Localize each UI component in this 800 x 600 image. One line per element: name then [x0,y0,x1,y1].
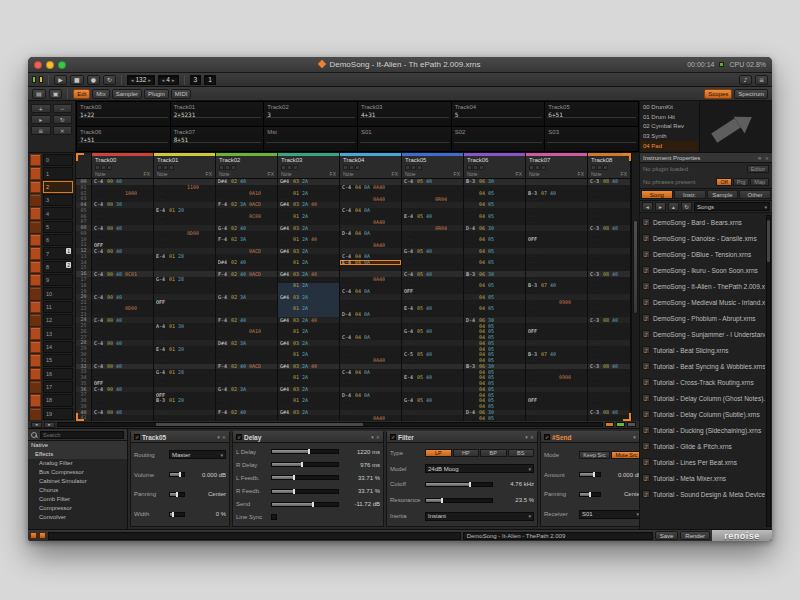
track-header[interactable]: Track00NoteFX [92,153,154,178]
device-close-icon[interactable]: × [376,434,380,440]
slider-handle[interactable] [293,475,295,480]
matrix-cell[interactable] [30,207,41,219]
midi-keyboard-button[interactable]: ♪ [739,75,752,85]
control-slider[interactable] [271,489,339,494]
track-mute-button[interactable] [535,165,540,170]
sequencer-menu-button[interactable]: ≡ [31,126,51,135]
slider-handle[interactable] [441,498,443,503]
pattern-cell[interactable]: ··· [154,415,216,421]
slider-handle[interactable] [589,492,591,497]
file-list-item[interactable]: ♪DemoSong - It-Alien - ThePath 2.009.xrn… [642,278,765,294]
device-menu-icon[interactable]: ▾ [633,434,636,440]
dsp-device-item[interactable]: Analog Filter [28,459,127,468]
scrollbar-handle[interactable] [633,220,638,314]
file-list-item[interactable]: ♪DemoSong - Bard - Bears.xrns [642,214,765,230]
file-list-item[interactable]: ♪DemoSong - Phobium - Abrupt.xrns [642,310,765,326]
track-scope[interactable]: Track034+31 [358,102,451,126]
file-list-item[interactable]: ♪DemoSong - Medieval Music - Irrland.xrn… [642,294,765,310]
save-button[interactable]: Save [655,531,679,540]
track-scope[interactable]: Mst [264,127,357,151]
bpm-field[interactable]: ◂ 132 ▸ [127,75,155,85]
device-header[interactable]: ✓#Send▾× [541,432,639,443]
control-slider[interactable] [579,492,601,497]
device-enable-checkbox[interactable]: ✓ [390,434,396,440]
control-slider[interactable] [425,482,493,487]
matrix-cell[interactable] [30,314,41,326]
slider-handle[interactable] [172,512,174,517]
sequence-slot[interactable]: 16 [43,368,73,380]
file-list-item[interactable]: ♪Tutorial - Lines Per Beat.xrns [642,454,765,470]
matrix-cell[interactable] [30,274,41,286]
device-enable-checkbox[interactable]: ✓ [236,434,242,440]
nav-refresh-button[interactable]: ↻ [681,202,692,211]
slider-handle[interactable] [593,472,595,477]
track-solo-button[interactable] [231,165,236,170]
control-slider[interactable] [271,475,339,480]
matrix-cell[interactable] [30,194,41,206]
file-list-item[interactable]: ♪DemoSong - Sunjammer - I Understand.xrn… [642,326,765,342]
track-scope[interactable]: Track067+51 [77,127,170,151]
file-list-item[interactable]: ♪DemoSong - Danoise - Dansile.xrns [642,230,765,246]
slider-handle[interactable] [293,489,295,494]
pattern-horizontal-scrollbar[interactable] [57,422,603,427]
option-button-mute-src[interactable]: Mute Src [611,451,639,459]
track-header[interactable]: Track01NoteFX [154,153,216,178]
file-list-item[interactable]: ♪Tutorial - Ducking (Sidechaining).xrns [642,422,765,438]
track-solo-button[interactable] [355,165,360,170]
control-slider[interactable] [271,449,339,454]
nav-back-button[interactable]: ◂ [642,202,653,211]
octave-value[interactable]: 3 [194,76,198,83]
matrix-cell[interactable] [30,154,41,166]
matrix-cell[interactable] [30,181,41,193]
edit-step-value[interactable]: 1 [208,76,212,83]
matrix-cell[interactable] [30,221,41,233]
phrase-mode-button-map[interactable]: Map [750,178,769,186]
device-close-icon[interactable]: × [638,434,639,440]
track-scope[interactable]: S01 [358,127,451,151]
matrix-cell[interactable] [30,287,41,299]
control-select[interactable]: Master▾ [169,450,226,459]
sequence-slot[interactable]: 11 [43,301,73,313]
slider-handle[interactable] [469,482,471,487]
option-button-lp[interactable]: LP [425,449,452,457]
sequencer-more-button[interactable]: × [53,126,73,135]
slider-handle[interactable] [179,472,181,477]
view-tab-midi[interactable]: MIDI [171,89,192,99]
render-button[interactable]: Render [680,531,710,540]
track-mute-button[interactable] [349,165,354,170]
view-tab-mix[interactable]: Mix [92,89,109,99]
checkbox-line-sync[interactable] [271,514,277,520]
option-button-bs[interactable]: BS [508,449,535,457]
scroll-right-button[interactable]: ▸ [44,422,55,428]
file-list-item[interactable]: ♪Tutorial - Meta Mixer.xrns [642,470,765,486]
slider-handle[interactable] [312,502,314,507]
option-button-hp[interactable]: HP [453,449,480,457]
sequence-slot[interactable]: 19 [43,408,73,420]
category-tab-song[interactable]: Song [641,190,673,199]
control-slider[interactable] [579,472,601,477]
device-header[interactable]: ✓Track05▾× [131,432,229,443]
view-tab-plugin[interactable]: Plugin [144,89,169,99]
device-close-icon[interactable]: × [530,434,534,440]
track-collapse-button[interactable] [405,165,410,170]
lpb-decrease-icon[interactable]: ◂ [162,77,165,83]
folder-button[interactable]: ▣ [49,89,63,99]
pattern-cell[interactable]: ··· [216,415,278,421]
instrument-properties-header[interactable]: Instrument Properties ≡ × [640,153,772,163]
titlebar[interactable]: DemoSong - It-Alien - Th ePath 2.009.xrn… [28,57,772,73]
scroll-left-button[interactable]: ◂ [31,422,42,428]
device-header[interactable]: ✓Delay▾× [233,432,383,443]
track-header[interactable]: Track06NoteFX [464,153,526,178]
matrix-cell[interactable] [30,261,41,273]
file-list-item[interactable]: ♪Tutorial - Delay Column (Ghost Notes).x… [642,390,765,406]
control-slider[interactable] [169,492,185,497]
dsp-group[interactable]: Effects [28,450,127,459]
track-solo-button[interactable] [603,165,608,170]
sequence-slot[interactable]: 1 [43,167,73,179]
track-solo-button[interactable] [417,165,422,170]
pattern-cell[interactable]: ··· [526,415,588,421]
upper-view-tab-spectrum[interactable]: Spectrum [734,89,768,99]
loop-button[interactable]: ↻ [103,75,116,85]
matrix-cell[interactable] [30,341,41,353]
pattern-cell[interactable]: ··· [278,415,340,421]
